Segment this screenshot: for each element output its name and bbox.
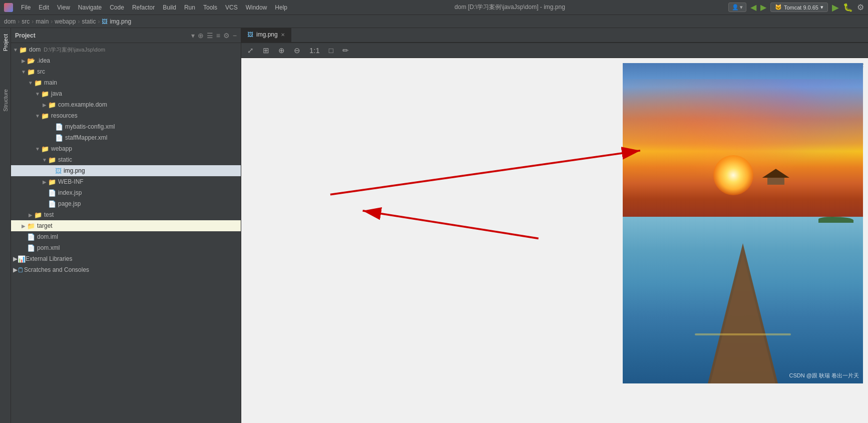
breadcrumb-sep5: › (98, 18, 100, 25)
breadcrumb-webapp[interactable]: webapp (55, 18, 76, 25)
reset-zoom-button[interactable]: 1:1 (307, 45, 322, 56)
tree-label-static: static (58, 156, 72, 163)
tree-label-domiml: dom.iml (37, 233, 58, 240)
xml-icon-staffmapper: 📄 (55, 134, 63, 142)
frame-button[interactable]: □ (327, 45, 335, 56)
tree-item-webapp[interactable]: ▼ 📁 webapp (11, 143, 241, 154)
tree-item-external-libs[interactable]: ▶ 📊 External Libraries (11, 253, 241, 264)
menu-navigate[interactable]: Navigate (74, 2, 106, 13)
image-sun (713, 155, 753, 195)
debug-button[interactable]: 🐛 (843, 3, 853, 12)
tree-item-src[interactable]: ▼ 📁 src (11, 66, 241, 77)
tomcat-button[interactable]: 🐱 Tomcat 9.0.65 ▾ (770, 3, 828, 12)
tree-label-mybatis: mybatis-config.xml (65, 123, 115, 130)
tree-item-pomxml[interactable]: ▶ 📄 pom.xml (11, 242, 241, 253)
menu-view[interactable]: View (53, 2, 74, 13)
menu-window[interactable]: Window (242, 2, 271, 13)
breadcrumb-sep2: › (32, 18, 34, 25)
tree-item-idea[interactable]: ▶ 📂 .idea (11, 55, 241, 66)
tree-item-resources[interactable]: ▼ 📁 resources (11, 110, 241, 121)
menu-vcs[interactable]: VCS (221, 2, 242, 13)
menu-items: File Edit View Navigate Code Refactor Bu… (17, 2, 291, 13)
tree-arrow-src: ▼ (20, 69, 27, 75)
breadcrumb-sep4: › (78, 18, 80, 25)
menu-refactor[interactable]: Refactor (128, 2, 159, 13)
zoom-in-button[interactable]: ⊕ (276, 45, 287, 56)
breadcrumb-sep3: › (51, 18, 53, 25)
tree-arrow-dom: ▼ (12, 47, 19, 53)
menu-tools[interactable]: Tools (199, 2, 221, 13)
project-header-icon-add[interactable]: ⊕ (198, 32, 204, 40)
tree-label-webinf: WEB-INF (58, 178, 84, 185)
nav-forward-button[interactable]: ▶ (760, 3, 766, 12)
image-watermark: CSDN @跟 耿瑞 卷出一片天 (789, 372, 859, 379)
tree-arrow-target: ▶ (20, 223, 27, 229)
tree-item-mybatis[interactable]: ▶ 📄 mybatis-config.xml (11, 121, 241, 132)
menu-run[interactable]: Run (180, 2, 199, 13)
tree-label-webapp: webapp (51, 145, 72, 152)
build-button[interactable]: ⚙ (857, 3, 864, 12)
menu-edit[interactable]: Edit (35, 2, 53, 13)
breadcrumb-file[interactable]: img.png (110, 18, 131, 25)
tree-item-target[interactable]: ▶ 📁 target (11, 220, 241, 231)
tree-item-java[interactable]: ▼ 📁 java (11, 88, 241, 99)
left-sidebar-tabs: Project Structure (0, 28, 11, 423)
expand-button[interactable]: ⤢ (245, 45, 256, 56)
scratches-icon: 🗒 (18, 266, 24, 274)
menu-help[interactable]: Help (271, 2, 291, 13)
tree-item-img[interactable]: ▶ 🖼 img.png (11, 165, 241, 176)
tree-label-pagejsp: page.jsp (58, 200, 81, 207)
nav-back-button[interactable]: ◀ (750, 3, 756, 12)
zoom-out-button[interactable]: ⊖ (292, 45, 302, 56)
folder-icon-resources: 📁 (41, 112, 49, 120)
menu-build[interactable]: Build (159, 2, 180, 13)
tree-label-scratches: Scratches and Consoles (24, 266, 89, 273)
tree-item-pagejsp[interactable]: ▶ 📄 page.jsp (11, 198, 241, 209)
tree-item-webinf[interactable]: ▶ 📁 WEB-INF (11, 176, 241, 187)
sidebar-tab-project[interactable]: Project (2, 30, 10, 55)
iml-icon-dom: 📄 (27, 233, 35, 241)
profile-button[interactable]: 👤 ▾ (728, 3, 746, 12)
folder-icon-dom: 📁 (19, 46, 27, 54)
tree-arrow-scratches: ▶ (13, 266, 18, 273)
tab-close-img[interactable]: ✕ (281, 32, 285, 38)
tree-item-static[interactable]: ▼ 📁 static (11, 154, 241, 165)
eyedropper-button[interactable]: ✏ (340, 45, 351, 56)
tree-item-com[interactable]: ▶ 📁 com.example.dom (11, 99, 241, 110)
tree-label-extlibs: External Libraries (26, 255, 72, 262)
breadcrumb-static[interactable]: static (82, 18, 96, 25)
project-header-icon-filter[interactable]: ≡ (216, 32, 220, 40)
menu-code[interactable]: Code (106, 2, 128, 13)
jsp-icon-page: 📄 (48, 200, 56, 208)
breadcrumb-main[interactable]: main (36, 18, 49, 25)
svg-line-3 (363, 211, 539, 238)
menu-file[interactable]: File (17, 2, 35, 13)
app-logo (4, 3, 13, 12)
tab-icon-img: 🖼 (247, 31, 253, 38)
editor-tab-img[interactable]: 🖼 img.png ✕ (241, 28, 291, 42)
project-header-icon-minimize[interactable]: − (233, 32, 237, 40)
sidebar-tab-structure[interactable]: Structure (2, 85, 10, 116)
breadcrumb-src[interactable]: src (22, 18, 30, 25)
project-header-icon-settings[interactable]: ⚙ (223, 32, 230, 40)
editor-area: 🖼 img.png ✕ ⤢ ⊞ ⊕ ⊖ 1:1 □ ✏ 500×769 PNG … (241, 28, 868, 423)
breadcrumb-dom[interactable]: dom (4, 18, 16, 25)
tree-arrow-webinf: ▶ (41, 179, 48, 185)
project-header-icon-align[interactable]: ☰ (207, 32, 213, 40)
tree-arrow-extlibs: ▶ (13, 255, 18, 262)
grid-button[interactable]: ⊞ (261, 45, 271, 56)
tree-item-staffmapper[interactable]: ▶ 📄 staffMapper.xml (11, 132, 241, 143)
folder-icon-main: 📁 (34, 79, 42, 87)
tree-item-dom[interactable]: ▼ 📁 dom D:\学习案例\javaJsp\dom (11, 44, 241, 55)
editor-toolbar: ⤢ ⊞ ⊕ ⊖ 1:1 □ ✏ (241, 43, 868, 58)
tree-arrow-test: ▶ (27, 212, 34, 218)
tree-item-domiml[interactable]: ▶ 📄 dom.iml (11, 231, 241, 242)
project-dropdown-arrow[interactable]: ▾ (191, 32, 195, 40)
tree-item-indexjsp[interactable]: ▶ 📄 index.jsp (11, 187, 241, 198)
tree-item-scratches[interactable]: ▶ 🗒 Scratches and Consoles (11, 264, 241, 275)
tree-item-test[interactable]: ▶ 📁 test (11, 209, 241, 220)
titlebar: File Edit View Navigate Code Refactor Bu… (0, 0, 868, 15)
png-icon-img: 🖼 (55, 167, 62, 175)
run-button[interactable]: ▶ (832, 2, 839, 13)
tree-item-main[interactable]: ▼ 📁 main (11, 77, 241, 88)
